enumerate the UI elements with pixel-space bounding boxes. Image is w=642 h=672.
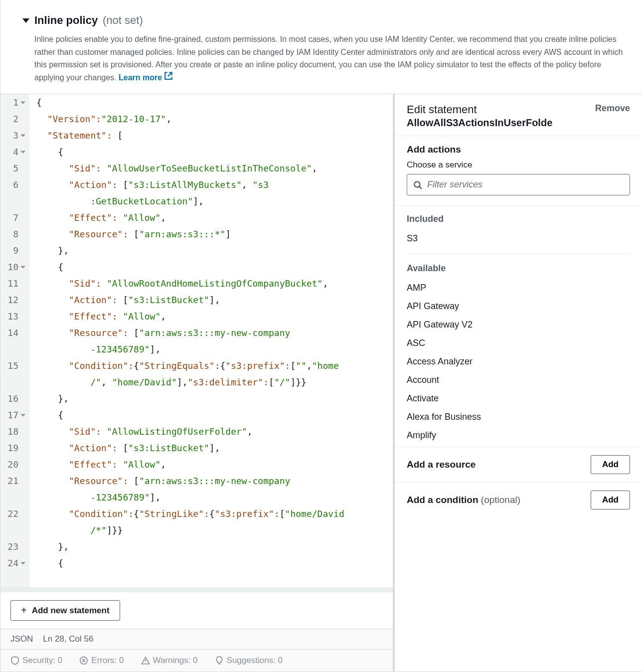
available-service-item[interactable]: ASC [407, 334, 630, 352]
included-service-item[interactable]: S3 [407, 229, 630, 248]
inline-policy-header: Inline policy (not set) Inline policies … [0, 0, 642, 94]
add-condition-button[interactable]: Add [591, 491, 630, 509]
remove-statement-button[interactable]: Remove [595, 103, 630, 114]
available-service-item[interactable]: Amplify [407, 426, 630, 445]
available-service-item[interactable]: API Gateway [407, 297, 630, 316]
lint-warnings[interactable]: Warnings: 0 [141, 656, 198, 666]
section-notset: (not set) [103, 14, 143, 26]
warning-triangle-icon [141, 656, 150, 665]
available-service-item[interactable]: Access Analyzer [407, 352, 630, 371]
section-title: Inline policy [34, 14, 98, 26]
bulb-icon [215, 656, 224, 665]
status-bar: JSON Ln 28, Col 56 [0, 629, 393, 649]
available-label: Available [407, 263, 630, 274]
lint-suggestions[interactable]: Suggestions: 0 [215, 656, 283, 666]
editor-mode: JSON [10, 634, 33, 644]
horizontal-scrollbar[interactable] [0, 587, 393, 592]
plus-icon: + [21, 605, 27, 616]
lint-errors[interactable]: Errors: 0 [79, 656, 124, 666]
lint-security[interactable]: Security: 0 [10, 656, 62, 666]
add-resource-label: Add a resource [407, 459, 476, 470]
lint-bar: Security: 0 Errors: 0 Warnings: 0 Sugges… [0, 649, 393, 672]
edit-statement-sid: AllowAllS3ActionsInUserFolde [407, 117, 552, 129]
shield-icon [10, 656, 19, 665]
service-filter[interactable] [407, 174, 630, 195]
editor-pane: 123456 7891011121314 15 161718192021 22 … [0, 94, 395, 672]
cursor-position: Ln 28, Col 56 [43, 634, 93, 644]
learn-more-link[interactable]: Learn more [119, 71, 173, 84]
code-editor[interactable]: 123456 7891011121314 15 161718192021 22 … [0, 94, 393, 587]
add-condition-label: Add a condition (optional) [407, 495, 520, 505]
available-service-item[interactable]: Activate [407, 389, 630, 408]
choose-service-label: Choose a service [407, 160, 630, 170]
available-service-item[interactable]: Alexa for Business [407, 408, 630, 426]
section-description: Inline policies enable you to define fin… [34, 33, 626, 84]
collapse-caret-icon[interactable] [22, 18, 29, 23]
included-label: Included [407, 214, 630, 224]
error-circle-icon [79, 656, 88, 665]
add-new-statement-button[interactable]: + Add new statement [10, 600, 120, 621]
add-resource-button[interactable]: Add [591, 455, 630, 474]
edit-statement-title: Edit statement [407, 103, 552, 116]
svg-point-1 [414, 181, 420, 187]
available-service-item[interactable]: Account [407, 371, 630, 389]
external-link-icon [164, 71, 173, 84]
available-service-item[interactable]: AMP [407, 279, 630, 297]
service-filter-input[interactable] [427, 179, 624, 190]
available-service-item[interactable]: API Gateway V2 [407, 316, 630, 334]
add-actions-heading: Add actions [407, 144, 630, 155]
search-icon [413, 180, 422, 189]
edit-statement-panel: Edit statement AllowAllS3ActionsInUserFo… [395, 94, 642, 672]
